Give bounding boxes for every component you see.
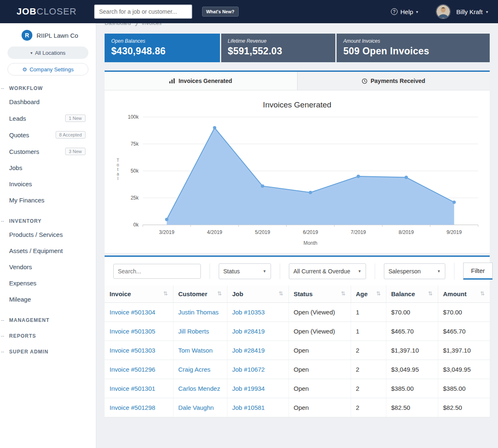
sidebar-item-jobs[interactable]: Jobs <box>0 160 96 176</box>
salesperson-select[interactable]: Salesperson ▼ <box>384 263 445 279</box>
stat-card-2: Amount Invoices 509 Open Invoices <box>337 34 490 62</box>
filter-button[interactable]: Filter <box>463 263 493 280</box>
sidebar-item-assets-equipment[interactable]: Assets / Equipment <box>0 243 96 259</box>
invoice-link[interactable]: Invoice #501304 <box>110 309 155 316</box>
stat-card-1: Lifetime Revenue $591,552.03 <box>221 34 335 62</box>
status-select[interactable]: Status ▼ <box>219 263 271 279</box>
invoice-link[interactable]: Invoice #501296 <box>110 366 155 373</box>
sidebar-item-mileage[interactable]: Mileage <box>0 291 96 307</box>
svg-text:5/2019: 5/2019 <box>255 229 270 235</box>
user-menu[interactable]: Billy Kraft ▾ <box>456 8 488 15</box>
status-cell: Open (Viewed) <box>288 303 351 322</box>
app-logo[interactable]: JOBCLOSER <box>17 6 77 17</box>
column-header-invoice[interactable]: Invoice⇅ <box>105 285 173 303</box>
age-cell: 2 <box>351 341 386 360</box>
job-link: Job #28419 <box>227 322 288 341</box>
global-search <box>94 5 192 19</box>
job-link: Job #28419 <box>227 341 288 360</box>
global-search-input[interactable] <box>94 5 192 19</box>
stat-label: Amount Invoices <box>343 38 483 44</box>
whats-new-button[interactable]: What's New? <box>202 7 239 17</box>
help-label: Help <box>400 8 413 15</box>
sort-icon: ⇅ <box>480 290 485 297</box>
chart-tabs: Invoices Generated Payments Received <box>105 72 490 90</box>
help-menu[interactable]: ? Help ▾ <box>391 8 418 15</box>
chevron-down-icon: ▾ <box>30 51 32 55</box>
job-link[interactable]: Job #10672 <box>232 366 265 373</box>
amount-cell: $385.00 <box>438 379 490 398</box>
salesperson-filter-group: Salesperson ▼ <box>375 263 454 279</box>
invoice-link[interactable]: Invoice #501303 <box>110 347 155 354</box>
company-settings-button[interactable]: ⚙ Company Settings <box>7 63 88 75</box>
sidebar-item-label: Quotes <box>9 131 29 139</box>
sidebar-item-vendors[interactable]: Vendors <box>0 259 96 275</box>
chevron-down-icon: ▼ <box>263 269 266 273</box>
tab-payments-received[interactable]: Payments Received <box>297 72 490 90</box>
column-header-balance[interactable]: Balance⇅ <box>386 285 438 303</box>
sidebar-item-label: Invoices <box>9 180 32 187</box>
customer-link[interactable]: Jill Roberts <box>178 328 209 335</box>
invoice-link: Invoice #501298 <box>105 398 173 417</box>
column-header-amount[interactable]: Amount⇅ <box>438 285 490 303</box>
column-header-job[interactable]: Job⇅ <box>227 285 288 303</box>
chevron-down-icon: ▼ <box>358 269 361 273</box>
chart-area: Invoices Generated 0k25k50k75k100k3/2019… <box>105 90 490 253</box>
status-filter-group: Status ▼ <box>210 263 280 279</box>
column-header-age[interactable]: Age⇅ <box>351 285 386 303</box>
sidebar-item-quotes[interactable]: Quotes8 Accepted <box>0 127 96 143</box>
current-overdue-select[interactable]: All Current & Overdue ▼ <box>289 263 366 279</box>
locations-dropdown[interactable]: ▾ All Locations <box>7 46 88 59</box>
sidebar-item-leads[interactable]: Leads1 New <box>0 110 96 127</box>
table-row: Invoice #501304Justin ThomasJob #10353Op… <box>105 303 490 322</box>
customer-link: Jill Roberts <box>173 322 227 341</box>
user-name: Billy Kraft <box>456 8 483 15</box>
chevron-down-icon: ▾ <box>486 10 488 14</box>
column-label: Amount <box>443 290 467 297</box>
column-header-status[interactable]: Status⇅ <box>288 285 351 303</box>
status-cell: Open <box>288 379 351 398</box>
table-search-input[interactable] <box>113 264 201 279</box>
customer-link: Craig Acres <box>173 360 227 379</box>
sidebar-item-my-finances[interactable]: My Finances <box>0 192 96 208</box>
customer-link[interactable]: Craig Acres <box>178 366 211 373</box>
invoice-link: Invoice #501304 <box>105 303 173 322</box>
status-select-value: Status <box>223 268 240 275</box>
job-link[interactable]: Job #19934 <box>232 385 265 392</box>
status-cell: Open <box>288 341 351 360</box>
column-header-customer[interactable]: Customer⇅ <box>173 285 227 303</box>
invoice-link[interactable]: Invoice #501298 <box>110 404 155 411</box>
sidebar-item-products-services[interactable]: Products / Services <box>0 226 96 243</box>
job-link[interactable]: Job #28419 <box>232 347 265 354</box>
svg-text:25k: 25k <box>131 195 139 201</box>
tab-invoices-generated[interactable]: Invoices Generated <box>105 72 297 90</box>
sidebar-item-expenses[interactable]: Expenses <box>0 275 96 291</box>
sidebar-item-invoices[interactable]: Invoices <box>0 176 96 192</box>
range-select-value: All Current & Overdue <box>293 268 350 275</box>
job-link[interactable]: Job #28419 <box>232 328 265 335</box>
invoice-link[interactable]: Invoice #501301 <box>110 385 155 392</box>
balance-cell: $3,049.95 <box>386 360 438 379</box>
table-row: Invoice #501303Tom WatsonJob #28419Open2… <box>105 341 490 360</box>
bar-chart-icon <box>169 78 175 83</box>
customer-link[interactable]: Tom Watson <box>178 347 213 354</box>
help-icon: ? <box>391 8 398 15</box>
stat-label: Open Balances <box>111 38 213 44</box>
customer-link[interactable]: Carlos Mendez <box>178 385 220 392</box>
customer-link[interactable]: Dale Vaughn <box>178 404 214 411</box>
table-row: Invoice #501296Craig AcresJob #10672Open… <box>105 360 490 379</box>
avatar-image <box>437 5 450 18</box>
main-content: Invoices Dashboard ❯ Invoices Actions ▾ … <box>96 0 498 417</box>
sidebar-item-customers[interactable]: Customers3 New <box>0 143 96 160</box>
status-cell: Open (Viewed) <box>288 322 351 341</box>
customer-link[interactable]: Justin Thomas <box>178 309 219 316</box>
user-avatar[interactable] <box>436 4 451 19</box>
sidebar-item-dashboard[interactable]: Dashboard <box>0 94 96 110</box>
invoice-link[interactable]: Invoice #501305 <box>110 328 155 335</box>
job-link[interactable]: Job #10353 <box>232 309 265 316</box>
column-label: Job <box>232 290 244 297</box>
job-link[interactable]: Job #10581 <box>232 404 265 411</box>
invoice-link: Invoice #501301 <box>105 379 173 398</box>
invoices-chart: 0k25k50k75k100k3/20194/20195/20196/20197… <box>111 111 483 248</box>
customer-link: Justin Thomas <box>173 303 227 322</box>
invoice-link: Invoice #501305 <box>105 322 173 341</box>
